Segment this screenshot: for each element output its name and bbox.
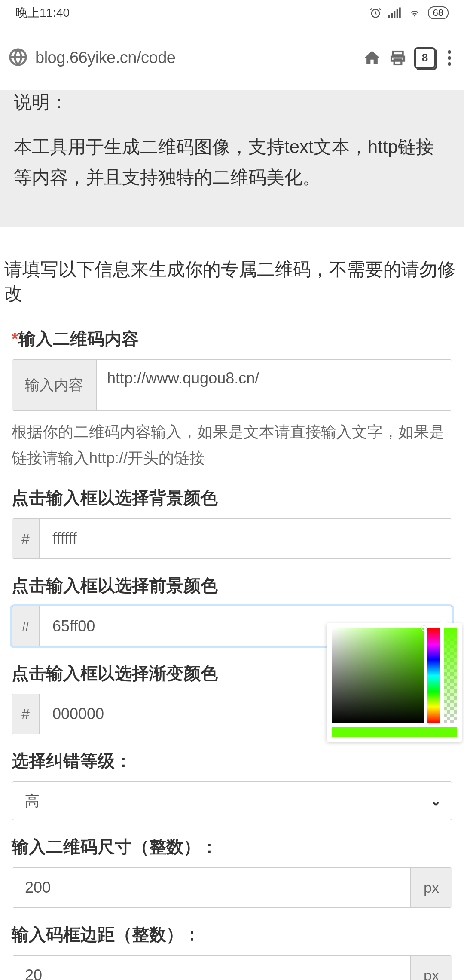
battery-indicator: 68: [428, 6, 449, 19]
globe-icon: [9, 48, 27, 68]
margin-label: 输入码框边距（整数）：: [12, 923, 452, 946]
error-level-group: 选择纠错等级： 高 ⌄: [2, 749, 462, 820]
share-icon[interactable]: [389, 49, 406, 67]
svg-rect-5: [399, 8, 401, 18]
url-bar[interactable]: blog.66yike.cn/code: [35, 49, 355, 67]
fg-color-group: 点击输入框以选择前景颜色 #: [2, 574, 462, 646]
status-icons: 68: [369, 6, 449, 19]
size-input[interactable]: [12, 868, 410, 907]
svg-rect-2: [391, 13, 393, 18]
qr-content-label: *输入二维码内容: [12, 327, 452, 351]
hash-prefix: #: [12, 606, 40, 646]
svg-rect-4: [396, 9, 398, 18]
qr-content-input[interactable]: http://www.qugou8.cn/: [97, 360, 452, 410]
hash-prefix: #: [12, 694, 40, 734]
alarm-icon: [369, 7, 382, 19]
form-container: 请填写以下信息来生成你的专属二维码，不需要的请勿修改 *输入二维码内容 输入内容…: [0, 257, 464, 980]
home-icon[interactable]: [363, 49, 382, 67]
px-suffix: px: [410, 868, 452, 907]
saturation-indicator[interactable]: [421, 626, 427, 631]
saturation-picker[interactable]: [332, 628, 424, 723]
description-box: 说明： 本工具用于生成二维码图像，支持text文本，http链接等内容，并且支持…: [0, 90, 464, 227]
bg-color-wrapper: #: [12, 518, 452, 559]
px-suffix: px: [410, 956, 452, 980]
desc-content: 本工具用于生成二维码图像，支持text文本，http链接等内容，并且支持独特的二…: [14, 132, 450, 193]
bg-color-input[interactable]: [40, 519, 452, 558]
browser-toolbar: blog.66yike.cn/code 8: [0, 26, 464, 90]
bg-color-group: 点击输入框以选择背景颜色 #: [2, 486, 462, 559]
bg-color-label: 点击输入框以选择背景颜色: [12, 486, 452, 510]
status-time: 晚上11:40: [15, 5, 70, 21]
qr-content-help: 根据你的二维码内容输入，如果是文本请直接输入文字，如果是链接请输入http://…: [12, 419, 452, 471]
required-mark: *: [12, 329, 18, 348]
tab-counter[interactable]: 8: [414, 47, 436, 69]
wifi-icon: [408, 7, 421, 18]
svg-rect-7: [393, 52, 403, 55]
error-level-label: 选择纠错等级：: [12, 749, 452, 773]
qr-content-group: *输入二维码内容 输入内容 http://www.qugou8.cn/ 根据你的…: [2, 327, 462, 471]
fg-color-label: 点击输入框以选择前景颜色: [12, 574, 452, 597]
error-level-wrapper: 高 ⌄: [12, 781, 452, 820]
more-menu-icon[interactable]: [443, 50, 455, 66]
popup-arrow: [439, 619, 449, 624]
svg-rect-9: [394, 59, 402, 64]
status-bar: 晚上11:40 68: [0, 0, 464, 26]
svg-rect-1: [388, 15, 390, 18]
hue-slider[interactable]: [427, 628, 440, 723]
alpha-slider[interactable]: [444, 628, 457, 723]
form-instruction: 请填写以下信息来生成你的专属二维码，不需要的请勿修改: [2, 257, 462, 306]
color-picker-popup[interactable]: [327, 623, 462, 742]
color-preview: [332, 727, 457, 737]
margin-input[interactable]: [12, 956, 410, 980]
hash-prefix: #: [12, 519, 40, 558]
signal-icon: [388, 7, 401, 18]
error-level-select[interactable]: 高: [12, 782, 452, 820]
svg-rect-3: [394, 11, 395, 18]
qr-content-wrapper: 输入内容 http://www.qugou8.cn/: [12, 359, 452, 411]
size-label: 输入二维码尺寸（整数）：: [12, 835, 452, 859]
size-wrapper: px: [12, 867, 452, 908]
margin-group: 输入码框边距（整数）： px: [2, 923, 462, 980]
qr-content-prefix: 输入内容: [12, 360, 97, 410]
margin-wrapper: px: [12, 955, 452, 980]
size-group: 输入二维码尺寸（整数）： px: [2, 835, 462, 908]
desc-title: 说明：: [14, 90, 450, 114]
